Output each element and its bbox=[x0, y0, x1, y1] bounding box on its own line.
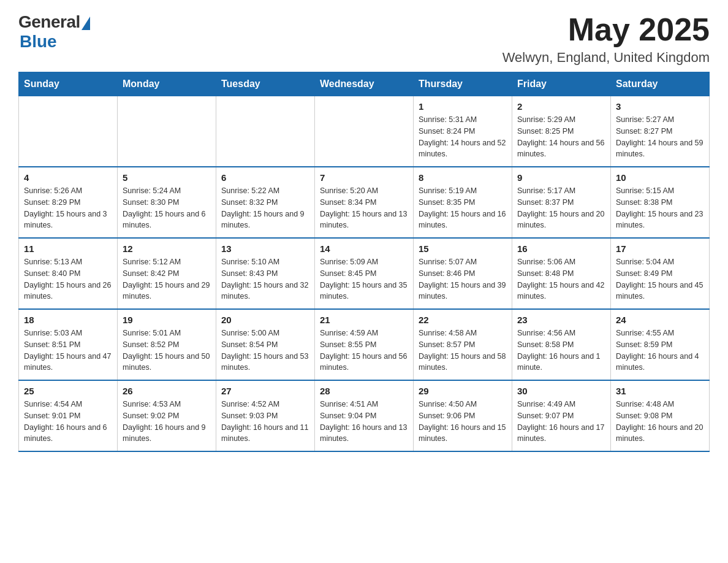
day-info: Sunrise: 5:19 AMSunset: 8:35 PMDaylight:… bbox=[419, 185, 507, 231]
day-number: 22 bbox=[419, 315, 507, 325]
day-of-week-header: Sunday bbox=[19, 72, 118, 96]
day-info: Sunrise: 5:29 AMSunset: 8:25 PMDaylight:… bbox=[517, 114, 605, 160]
calendar-day-cell: 31Sunrise: 4:48 AMSunset: 9:08 PMDayligh… bbox=[611, 380, 710, 451]
calendar-day-cell: 16Sunrise: 5:06 AMSunset: 8:48 PMDayligh… bbox=[512, 238, 611, 309]
calendar-day-cell: 2Sunrise: 5:29 AMSunset: 8:25 PMDaylight… bbox=[512, 96, 611, 167]
calendar-day-cell: 9Sunrise: 5:17 AMSunset: 8:37 PMDaylight… bbox=[512, 167, 611, 238]
day-number: 6 bbox=[221, 172, 309, 183]
day-number: 17 bbox=[616, 243, 704, 254]
day-number: 19 bbox=[123, 315, 211, 325]
day-info: Sunrise: 5:17 AMSunset: 8:37 PMDaylight:… bbox=[517, 185, 605, 231]
day-number: 2 bbox=[517, 101, 605, 112]
day-info: Sunrise: 5:31 AMSunset: 8:24 PMDaylight:… bbox=[419, 114, 507, 160]
page-header: General Blue May 2025 Welwyn, England, U… bbox=[18, 12, 710, 66]
calendar-title: May 2025 bbox=[502, 12, 710, 47]
day-number: 4 bbox=[24, 172, 112, 183]
day-info: Sunrise: 5:09 AMSunset: 8:45 PMDaylight:… bbox=[320, 256, 408, 302]
day-info: Sunrise: 4:55 AMSunset: 8:59 PMDaylight:… bbox=[616, 327, 704, 373]
day-number: 30 bbox=[517, 386, 605, 396]
logo-blue-text: Blue bbox=[20, 32, 57, 52]
day-number: 25 bbox=[24, 386, 112, 396]
day-info: Sunrise: 5:10 AMSunset: 8:43 PMDaylight:… bbox=[221, 256, 309, 302]
day-info: Sunrise: 5:27 AMSunset: 8:27 PMDaylight:… bbox=[616, 114, 704, 160]
calendar-day-cell: 3Sunrise: 5:27 AMSunset: 8:27 PMDaylight… bbox=[611, 96, 710, 167]
calendar-week-row: 4Sunrise: 5:26 AMSunset: 8:29 PMDaylight… bbox=[19, 167, 710, 238]
day-info: Sunrise: 5:04 AMSunset: 8:49 PMDaylight:… bbox=[616, 256, 704, 302]
day-number: 8 bbox=[419, 172, 507, 183]
calendar-day-cell bbox=[118, 96, 216, 167]
calendar-day-cell: 1Sunrise: 5:31 AMSunset: 8:24 PMDaylight… bbox=[414, 96, 512, 167]
calendar-header-row: SundayMondayTuesdayWednesdayThursdayFrid… bbox=[19, 72, 710, 96]
calendar-day-cell: 15Sunrise: 5:07 AMSunset: 8:46 PMDayligh… bbox=[414, 238, 512, 309]
day-of-week-header: Saturday bbox=[611, 72, 710, 96]
calendar-day-cell: 8Sunrise: 5:19 AMSunset: 8:35 PMDaylight… bbox=[414, 167, 512, 238]
day-info: Sunrise: 5:06 AMSunset: 8:48 PMDaylight:… bbox=[517, 256, 605, 302]
calendar-day-cell: 4Sunrise: 5:26 AMSunset: 8:29 PMDaylight… bbox=[19, 167, 118, 238]
day-info: Sunrise: 5:22 AMSunset: 8:32 PMDaylight:… bbox=[221, 185, 309, 231]
day-info: Sunrise: 4:48 AMSunset: 9:08 PMDaylight:… bbox=[616, 399, 704, 445]
calendar-day-cell: 25Sunrise: 4:54 AMSunset: 9:01 PMDayligh… bbox=[19, 380, 118, 451]
day-info: Sunrise: 5:15 AMSunset: 8:38 PMDaylight:… bbox=[616, 185, 704, 231]
calendar-subtitle: Welwyn, England, United Kingdom bbox=[502, 50, 710, 66]
calendar-day-cell: 10Sunrise: 5:15 AMSunset: 8:38 PMDayligh… bbox=[611, 167, 710, 238]
calendar-day-cell: 28Sunrise: 4:51 AMSunset: 9:04 PMDayligh… bbox=[315, 380, 414, 451]
calendar-day-cell: 6Sunrise: 5:22 AMSunset: 8:32 PMDaylight… bbox=[216, 167, 315, 238]
calendar-day-cell: 21Sunrise: 4:59 AMSunset: 8:55 PMDayligh… bbox=[315, 309, 414, 380]
day-number: 5 bbox=[123, 172, 211, 183]
calendar-day-cell bbox=[315, 96, 414, 167]
day-info: Sunrise: 5:00 AMSunset: 8:54 PMDaylight:… bbox=[221, 327, 309, 373]
day-number: 21 bbox=[320, 315, 408, 325]
calendar-day-cell: 18Sunrise: 5:03 AMSunset: 8:51 PMDayligh… bbox=[19, 309, 118, 380]
day-info: Sunrise: 5:01 AMSunset: 8:52 PMDaylight:… bbox=[123, 327, 211, 373]
day-number: 1 bbox=[419, 101, 507, 112]
day-of-week-header: Thursday bbox=[414, 72, 512, 96]
day-number: 9 bbox=[517, 172, 605, 183]
day-info: Sunrise: 5:13 AMSunset: 8:40 PMDaylight:… bbox=[24, 256, 112, 302]
calendar-day-cell: 7Sunrise: 5:20 AMSunset: 8:34 PMDaylight… bbox=[315, 167, 414, 238]
logo: General Blue bbox=[18, 12, 90, 52]
logo-general-text: General bbox=[18, 12, 80, 32]
calendar-day-cell: 17Sunrise: 5:04 AMSunset: 8:49 PMDayligh… bbox=[611, 238, 710, 309]
calendar-day-cell: 5Sunrise: 5:24 AMSunset: 8:30 PMDaylight… bbox=[118, 167, 216, 238]
day-number: 23 bbox=[517, 315, 605, 325]
calendar-day-cell: 27Sunrise: 4:52 AMSunset: 9:03 PMDayligh… bbox=[216, 380, 315, 451]
calendar-day-cell: 29Sunrise: 4:50 AMSunset: 9:06 PMDayligh… bbox=[414, 380, 512, 451]
day-number: 20 bbox=[221, 315, 309, 325]
day-number: 31 bbox=[616, 386, 704, 396]
calendar-day-cell: 30Sunrise: 4:49 AMSunset: 9:07 PMDayligh… bbox=[512, 380, 611, 451]
day-info: Sunrise: 4:51 AMSunset: 9:04 PMDaylight:… bbox=[320, 399, 408, 445]
day-number: 29 bbox=[419, 386, 507, 396]
title-block: May 2025 Welwyn, England, United Kingdom bbox=[502, 12, 710, 66]
day-info: Sunrise: 4:59 AMSunset: 8:55 PMDaylight:… bbox=[320, 327, 408, 373]
day-info: Sunrise: 4:50 AMSunset: 9:06 PMDaylight:… bbox=[419, 399, 507, 445]
calendar-day-cell bbox=[19, 96, 118, 167]
day-number: 26 bbox=[123, 386, 211, 396]
calendar-day-cell: 24Sunrise: 4:55 AMSunset: 8:59 PMDayligh… bbox=[611, 309, 710, 380]
day-number: 3 bbox=[616, 101, 704, 112]
day-info: Sunrise: 5:07 AMSunset: 8:46 PMDaylight:… bbox=[419, 256, 507, 302]
calendar-day-cell: 23Sunrise: 4:56 AMSunset: 8:58 PMDayligh… bbox=[512, 309, 611, 380]
day-info: Sunrise: 4:54 AMSunset: 9:01 PMDaylight:… bbox=[24, 399, 112, 445]
calendar-week-row: 11Sunrise: 5:13 AMSunset: 8:40 PMDayligh… bbox=[19, 238, 710, 309]
day-of-week-header: Wednesday bbox=[315, 72, 414, 96]
day-number: 10 bbox=[616, 172, 704, 183]
calendar-day-cell: 13Sunrise: 5:10 AMSunset: 8:43 PMDayligh… bbox=[216, 238, 315, 309]
calendar-day-cell: 22Sunrise: 4:58 AMSunset: 8:57 PMDayligh… bbox=[414, 309, 512, 380]
day-info: Sunrise: 4:52 AMSunset: 9:03 PMDaylight:… bbox=[221, 399, 309, 445]
day-number: 14 bbox=[320, 243, 408, 254]
calendar-day-cell bbox=[216, 96, 315, 167]
day-info: Sunrise: 4:49 AMSunset: 9:07 PMDaylight:… bbox=[517, 399, 605, 445]
day-info: Sunrise: 5:26 AMSunset: 8:29 PMDaylight:… bbox=[24, 185, 112, 231]
calendar-week-row: 1Sunrise: 5:31 AMSunset: 8:24 PMDaylight… bbox=[19, 96, 710, 167]
calendar-day-cell: 19Sunrise: 5:01 AMSunset: 8:52 PMDayligh… bbox=[118, 309, 216, 380]
day-number: 27 bbox=[221, 386, 309, 396]
day-number: 13 bbox=[221, 243, 309, 254]
day-number: 11 bbox=[24, 243, 112, 254]
calendar-table: SundayMondayTuesdayWednesdayThursdayFrid… bbox=[18, 72, 710, 452]
day-info: Sunrise: 4:56 AMSunset: 8:58 PMDaylight:… bbox=[517, 327, 605, 373]
calendar-week-row: 25Sunrise: 4:54 AMSunset: 9:01 PMDayligh… bbox=[19, 380, 710, 451]
day-number: 28 bbox=[320, 386, 408, 396]
calendar-day-cell: 20Sunrise: 5:00 AMSunset: 8:54 PMDayligh… bbox=[216, 309, 315, 380]
day-number: 24 bbox=[616, 315, 704, 325]
calendar-day-cell: 12Sunrise: 5:12 AMSunset: 8:42 PMDayligh… bbox=[118, 238, 216, 309]
